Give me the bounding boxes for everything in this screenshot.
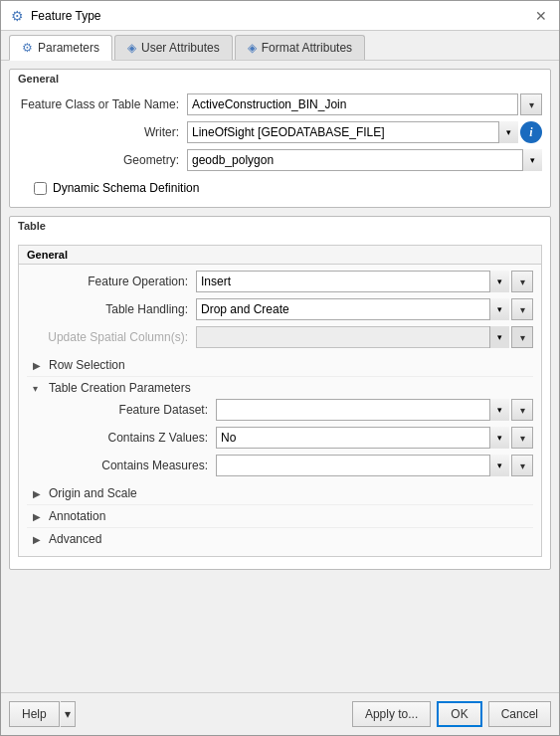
table-general-content: Feature Operation: Insert ▾ ▾: [19, 265, 541, 556]
table-handling-extra-btn[interactable]: ▾: [511, 298, 533, 320]
general-section-title: General: [10, 70, 550, 88]
feature-class-dropdown-btn[interactable]: ▾: [520, 93, 542, 115]
annotation-chevron-icon: ▶: [33, 511, 45, 522]
update-spatial-wrapper: ▾: [196, 326, 509, 348]
feature-dataset-extra-btn[interactable]: ▾: [511, 399, 533, 421]
feature-class-control: ▾: [187, 93, 542, 115]
feature-dataset-select[interactable]: [216, 399, 509, 421]
general-section: General Feature Class or Table Name: ▾ W…: [9, 69, 551, 208]
tab-bar: ⚙ Parameters ◈ User Attributes ◈ Format …: [1, 31, 559, 61]
feature-operation-extra-btn[interactable]: ▾: [511, 271, 533, 292]
feature-dataset-row: Feature Dataset: ▾ ▾: [27, 399, 533, 421]
contains-measures-select[interactable]: [216, 455, 509, 476]
update-spatial-row: Update Spatial Column(s): ▾ ▾: [27, 326, 533, 348]
contains-z-wrapper: No ▾: [216, 427, 509, 449]
apply-to-button[interactable]: Apply to...: [352, 701, 431, 727]
geometry-select[interactable]: geodb_polygon: [187, 149, 542, 171]
writer-info-btn[interactable]: i: [520, 121, 542, 143]
writer-label: Writer:: [18, 125, 187, 139]
writer-select-wrapper: LineOfSight [GEODATABASE_FILE] ▾: [187, 121, 518, 143]
window-icon: ⚙: [9, 8, 25, 24]
table-section-title: Table: [10, 217, 550, 235]
update-spatial-label: Update Spatial Column(s):: [27, 330, 196, 344]
feature-class-label: Feature Class or Table Name:: [18, 97, 187, 111]
writer-select-container: LineOfSight [GEODATABASE_FILE] ▾ i: [187, 121, 542, 143]
contains-measures-wrapper: ▾: [216, 455, 509, 476]
feature-dataset-wrapper: ▾: [216, 399, 509, 421]
feature-operation-row: Feature Operation: Insert ▾ ▾: [27, 271, 533, 292]
feature-class-input[interactable]: [187, 93, 518, 115]
annotation-label: Annotation: [49, 509, 105, 523]
advanced-chevron-icon: ▶: [33, 534, 45, 545]
table-handling-select[interactable]: Drop and Create: [196, 298, 509, 320]
feature-operation-control: Insert ▾ ▾: [196, 271, 533, 292]
table-section: Table General Feature Operation: Insert: [9, 216, 551, 570]
close-button[interactable]: ✕: [531, 6, 551, 26]
user-attributes-tab-icon: ◈: [127, 41, 136, 55]
table-handling-control: Drop and Create ▾ ▾: [196, 298, 533, 320]
update-spatial-control: ▾ ▾: [196, 326, 533, 348]
feature-type-window: ⚙ Feature Type ✕ ⚙ Parameters ◈ User Att…: [0, 0, 560, 736]
geometry-label: Geometry:: [18, 153, 187, 167]
tab-user-attributes[interactable]: ◈ User Attributes: [114, 35, 233, 60]
ok-button[interactable]: OK: [437, 701, 481, 727]
feature-dataset-control: ▾ ▾: [216, 399, 533, 421]
feature-operation-select[interactable]: Insert: [196, 271, 509, 292]
table-handling-label: Table Handling:: [27, 302, 196, 316]
contains-measures-extra-btn[interactable]: ▾: [511, 455, 533, 476]
table-handling-wrapper: Drop and Create ▾: [196, 298, 509, 320]
feature-class-row: Feature Class or Table Name: ▾: [18, 93, 542, 115]
contains-z-control: No ▾ ▾: [216, 427, 533, 449]
annotation-expander[interactable]: ▶ Annotation: [27, 505, 533, 528]
contains-z-extra-btn[interactable]: ▾: [511, 427, 533, 449]
writer-row: Writer: LineOfSight [GEODATABASE_FILE] ▾…: [18, 121, 542, 143]
contains-measures-row: Contains Measures: ▾ ▾: [27, 455, 533, 476]
footer-left: Help ▾: [9, 701, 76, 727]
format-attributes-tab-icon: ◈: [248, 41, 257, 55]
origin-scale-expander[interactable]: ▶ Origin and Scale: [27, 482, 533, 505]
writer-select[interactable]: LineOfSight [GEODATABASE_FILE]: [187, 121, 518, 143]
feature-operation-label: Feature Operation:: [27, 275, 196, 288]
table-general-title: General: [19, 246, 541, 265]
table-creation-label: Table Creation Parameters: [49, 381, 191, 395]
general-section-content: Feature Class or Table Name: ▾ Writer: L…: [10, 88, 550, 207]
title-bar-left: ⚙ Feature Type: [9, 8, 101, 24]
contains-z-select[interactable]: No: [216, 427, 509, 449]
user-attributes-tab-label: User Attributes: [141, 41, 220, 55]
row-selection-expander[interactable]: ▶ Row Selection: [27, 354, 533, 377]
geometry-select-wrapper: geodb_polygon ▾: [187, 149, 542, 171]
contains-z-label: Contains Z Values:: [47, 431, 216, 445]
table-handling-row: Table Handling: Drop and Create ▾ ▾: [27, 298, 533, 320]
footer: Help ▾ Apply to... OK Cancel: [1, 692, 559, 735]
contains-measures-label: Contains Measures:: [47, 459, 216, 472]
contains-z-row: Contains Z Values: No ▾ ▾: [27, 427, 533, 449]
advanced-label: Advanced: [49, 532, 101, 546]
tab-parameters[interactable]: ⚙ Parameters: [9, 35, 112, 61]
origin-scale-chevron-icon: ▶: [33, 488, 45, 499]
origin-scale-label: Origin and Scale: [49, 486, 137, 500]
dynamic-schema-checkbox[interactable]: [34, 182, 47, 195]
dynamic-schema-label: Dynamic Schema Definition: [53, 181, 199, 195]
format-attributes-tab-label: Format Attributes: [262, 41, 352, 55]
tab-format-attributes[interactable]: ◈ Format Attributes: [235, 35, 365, 60]
parameters-tab-icon: ⚙: [22, 41, 33, 55]
advanced-expander[interactable]: ▶ Advanced: [27, 528, 533, 550]
geometry-control: geodb_polygon ▾: [187, 149, 542, 171]
table-creation-expander[interactable]: ▾ Table Creation Parameters: [27, 377, 533, 399]
help-button[interactable]: Help: [9, 701, 60, 727]
feature-operation-wrapper: Insert ▾: [196, 271, 509, 292]
update-spatial-extra-btn[interactable]: ▾: [511, 326, 533, 348]
row-selection-chevron-icon: ▶: [33, 360, 45, 371]
geometry-row: Geometry: geodb_polygon ▾: [18, 149, 542, 171]
writer-control: LineOfSight [GEODATABASE_FILE] ▾ i: [187, 121, 542, 143]
help-dropdown-btn[interactable]: ▾: [61, 701, 76, 727]
row-selection-label: Row Selection: [49, 358, 125, 372]
title-bar: ⚙ Feature Type ✕: [1, 1, 559, 31]
dynamic-schema-row: Dynamic Schema Definition: [18, 177, 542, 199]
update-spatial-select[interactable]: [196, 326, 509, 348]
window-title: Feature Type: [31, 9, 101, 23]
table-creation-chevron-icon: ▾: [33, 383, 45, 394]
cancel-button[interactable]: Cancel: [488, 701, 551, 727]
table-section-content: General Feature Operation: Insert ▾: [10, 235, 550, 569]
parameters-tab-label: Parameters: [38, 41, 99, 55]
